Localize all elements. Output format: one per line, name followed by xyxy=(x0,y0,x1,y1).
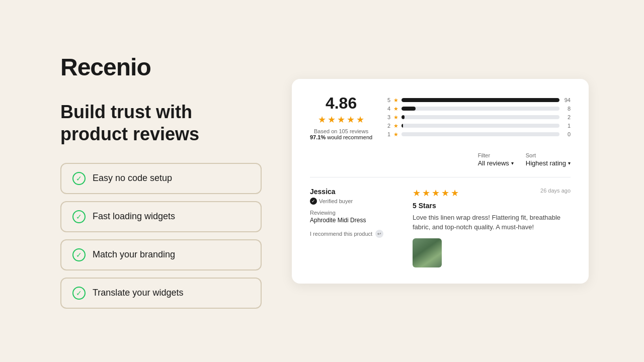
bar-count-1: 0 xyxy=(562,131,571,137)
bar-track-1 xyxy=(401,132,559,136)
recommend-pct: 97.1% would recommend xyxy=(310,134,372,140)
divider xyxy=(310,177,571,177)
feature-item-translate[interactable]: ✓ Translate your widgets xyxy=(60,278,262,309)
check-icon-fast-loading: ✓ xyxy=(72,210,86,223)
star-4: ★ xyxy=(347,114,355,125)
reviews-count: Based on 105 reviews xyxy=(314,128,368,134)
bar-label-3: 3 xyxy=(386,114,390,120)
bar-star-2: ★ xyxy=(393,123,398,129)
check-icon-branding: ✓ xyxy=(72,248,86,261)
feature-item-fast-loading[interactable]: ✓ Fast loading widgets xyxy=(60,201,262,232)
review-star-3: ★ xyxy=(432,188,440,199)
features-list: ✓ Easy no code setup ✓ Fast loading widg… xyxy=(60,163,262,309)
bar-star-3: ★ xyxy=(393,114,398,121)
recommend-icon: ↩ xyxy=(375,230,383,238)
review-star-4: ★ xyxy=(441,188,449,199)
reviewing-label: Reviewing xyxy=(310,210,400,216)
review-star-1: ★ xyxy=(413,188,421,199)
bar-track-5 xyxy=(401,98,559,102)
rating-left: 4.86 ★ ★ ★ ★ ★ Based on 105 reviews 97.1… xyxy=(310,95,372,140)
bar-star-1: ★ xyxy=(393,131,398,138)
bar-fill-3 xyxy=(401,115,405,119)
bar-count-2: 1 xyxy=(562,123,571,129)
feature-item-branding[interactable]: ✓ Match your branding xyxy=(60,239,262,270)
bar-count-3: 2 xyxy=(562,114,571,120)
bar-count-5: 94 xyxy=(562,97,571,103)
review-star-5: ★ xyxy=(451,188,459,199)
bar-label-4: 4 xyxy=(386,106,390,112)
filter-dropdown[interactable]: All reviews ▾ xyxy=(478,159,514,167)
recommend-text: I recommend this product xyxy=(310,231,372,237)
verified-label: Verified buyer xyxy=(319,198,353,204)
star-2: ★ xyxy=(328,114,336,125)
review-text: Love this linen wrap dress! Flattering f… xyxy=(413,213,571,232)
recommend-line: I recommend this product ↩ xyxy=(310,230,400,238)
overall-stars: ★ ★ ★ ★ ★ xyxy=(318,114,364,125)
right-section: 4.86 ★ ★ ★ ★ ★ Based on 105 reviews 97.1… xyxy=(292,79,589,284)
bar-fill-2 xyxy=(401,124,403,128)
review-stars: ★ ★ ★ ★ ★ xyxy=(413,188,459,199)
bar-row-5: 5 ★ 94 xyxy=(386,97,571,104)
review-item: Jessica ✓ Verified buyer Reviewing Aphro… xyxy=(310,188,571,267)
bar-label-5: 5 xyxy=(386,97,390,103)
rating-bars: 5 ★ 94 4 ★ 8 3 ★ 2 2 ★ 1 xyxy=(386,95,571,138)
sort-label: Sort xyxy=(526,152,571,158)
check-icon-no-code: ✓ xyxy=(72,172,86,185)
sort-group: Sort Highest rating ▾ xyxy=(526,152,571,167)
filter-sort-row: Filter All reviews ▾ Sort Highest rating… xyxy=(310,152,571,167)
bar-fill-4 xyxy=(401,107,416,111)
widget-card: 4.86 ★ ★ ★ ★ ★ Based on 105 reviews 97.1… xyxy=(292,79,589,284)
bar-row-3: 3 ★ 2 xyxy=(386,114,571,121)
bar-track-4 xyxy=(401,107,559,111)
bar-row-4: 4 ★ 8 xyxy=(386,106,571,112)
rating-summary: 4.86 ★ ★ ★ ★ ★ Based on 105 reviews 97.1… xyxy=(310,95,571,140)
feature-item-no-code[interactable]: ✓ Easy no code setup xyxy=(60,163,262,194)
bar-label-1: 1 xyxy=(386,131,390,137)
bar-track-3 xyxy=(401,115,559,119)
feature-label-translate: Translate your widgets xyxy=(93,288,183,298)
star-1: ★ xyxy=(318,114,326,125)
check-icon-translate: ✓ xyxy=(72,287,86,300)
bar-row-2: 2 ★ 1 xyxy=(386,123,571,129)
review-image-placeholder xyxy=(413,238,442,267)
bar-count-4: 8 xyxy=(562,106,571,112)
app-title: Recenio xyxy=(60,53,262,81)
bar-track-2 xyxy=(401,124,559,128)
bar-star-4: ★ xyxy=(393,106,398,112)
reviewer-info: Jessica ✓ Verified buyer Reviewing Aphro… xyxy=(310,188,400,267)
star-5: ★ xyxy=(356,114,364,125)
feature-label-no-code: Easy no code setup xyxy=(93,173,172,184)
reviewer-name: Jessica xyxy=(310,188,400,196)
verified-badge: ✓ Verified buyer xyxy=(310,198,400,205)
filter-label: Filter xyxy=(478,152,514,158)
rating-score: 4.86 xyxy=(326,95,357,111)
sort-dropdown[interactable]: Highest rating ▾ xyxy=(526,159,571,167)
sort-arrow: ▾ xyxy=(568,160,571,166)
hero-heading: Build trust with product reviews xyxy=(60,101,262,144)
star-3: ★ xyxy=(337,114,345,125)
filter-group: Filter All reviews ▾ xyxy=(478,152,514,167)
left-section: Recenio Build trust with product reviews… xyxy=(60,53,262,308)
verified-icon: ✓ xyxy=(310,198,317,205)
bar-row-1: 1 ★ 0 xyxy=(386,131,571,138)
review-date: 26 days ago xyxy=(540,188,571,194)
feature-label-branding: Match your branding xyxy=(93,249,175,260)
review-title: 5 Stars xyxy=(413,202,571,210)
bar-label-2: 2 xyxy=(386,123,390,129)
bar-star-5: ★ xyxy=(393,97,398,104)
review-header: ★ ★ ★ ★ ★ 26 days ago xyxy=(413,188,571,199)
review-star-2: ★ xyxy=(422,188,430,199)
review-content: ★ ★ ★ ★ ★ 26 days ago 5 Stars Love this … xyxy=(413,188,571,267)
recommend-suffix: would recommend xyxy=(326,134,372,140)
review-image xyxy=(413,238,442,267)
feature-label-fast-loading: Fast loading widgets xyxy=(93,211,175,222)
product-name: Aphrodite Midi Dress xyxy=(310,217,400,224)
filter-arrow: ▾ xyxy=(511,160,514,166)
bar-fill-5 xyxy=(401,98,559,102)
recommend-pct-value: 97.1% xyxy=(310,134,326,140)
main-container: Recenio Build trust with product reviews… xyxy=(0,0,644,362)
